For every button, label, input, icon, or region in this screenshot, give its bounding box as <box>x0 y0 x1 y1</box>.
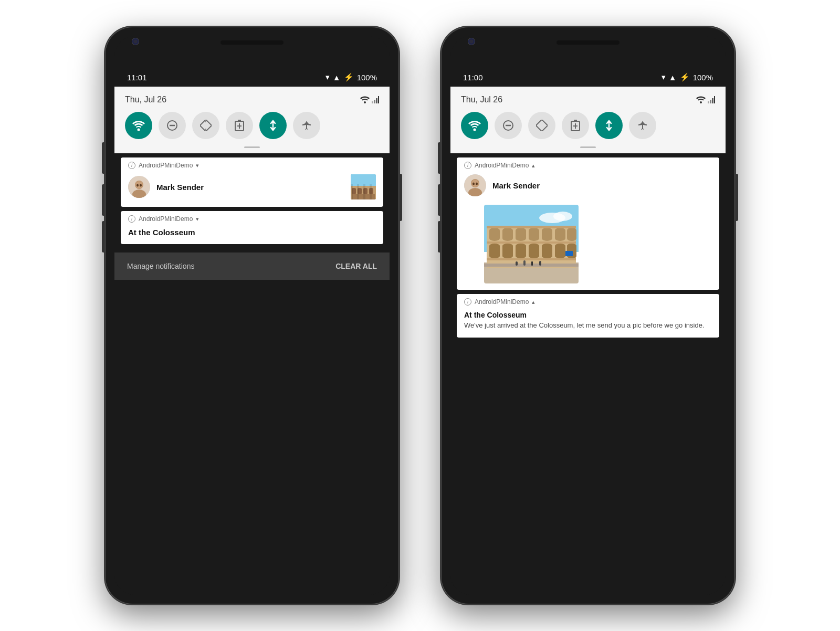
notif-body-1: Mark Sender <box>121 172 383 207</box>
camera-lens-2 <box>468 38 475 45</box>
dnd-toggle-2[interactable] <box>495 112 522 139</box>
notif-body-2: At the Colosseum <box>121 226 383 244</box>
svg-rect-62 <box>555 244 565 258</box>
notifications-area-1: i AndroidPMiniDemo ▾ <box>114 153 390 253</box>
svg-rect-61 <box>542 244 552 258</box>
svg-rect-22 <box>358 188 362 194</box>
airplane-icon-2 <box>637 120 648 131</box>
notif-card-2-colosseum[interactable]: i AndroidPMiniDemo ▾ At the Colosseum <box>121 211 383 244</box>
battery-icon-1: ⚡ <box>344 72 354 82</box>
svg-point-42 <box>471 180 479 187</box>
svg-point-16 <box>135 181 143 188</box>
svg-point-5 <box>138 129 140 131</box>
avatar-svg-2 <box>464 174 486 196</box>
svg-point-31 <box>474 129 476 131</box>
time-2: 11:00 <box>463 73 483 82</box>
qs-handle-2 <box>580 146 596 148</box>
avatar-svg-1 <box>128 176 150 198</box>
camera-lens <box>132 38 139 45</box>
svg-rect-57 <box>489 244 500 258</box>
phone-2-top-bar <box>441 27 735 58</box>
notif-title-2: At the Colosseum <box>128 228 376 237</box>
data-toggle-2[interactable] <box>595 112 623 139</box>
status-right-2: ▾ ▲ ⚡ 100% <box>662 72 713 82</box>
wifi-toggle-1[interactable] <box>125 112 152 139</box>
wifi-toggle-2[interactable] <box>461 112 488 139</box>
battery-pct-1: 100% <box>357 73 377 82</box>
rotate-toggle-2[interactable] <box>528 112 555 139</box>
svg-rect-1 <box>372 101 373 103</box>
svg-rect-54 <box>542 228 552 241</box>
svg-rect-4 <box>378 96 379 103</box>
bottom-bar-1: Manage notifications CLEAR ALL <box>114 253 390 280</box>
sender-avatar-2 <box>464 174 486 196</box>
svg-rect-25 <box>352 194 375 199</box>
svg-rect-29 <box>712 98 713 103</box>
notif-expanded-desc: We've just arrived at the Colosseum, let… <box>464 321 712 330</box>
notif-header-2: i AndroidPMiniDemo ▾ <box>121 211 383 226</box>
sender-name-1: Mark Sender <box>156 183 344 192</box>
app-name-2-1: AndroidPMiniDemo <box>475 162 529 169</box>
rotate-icon <box>200 120 212 131</box>
notification-panel-2[interactable]: Thu, Jul 26 <box>450 87 726 595</box>
airplane-toggle-2[interactable] <box>629 112 656 139</box>
phone-2: 11:00 ▾ ▲ ⚡ 100% Thu, Jul 26 <box>441 27 735 604</box>
wifi-status-icon <box>360 96 370 103</box>
rotate-toggle-1[interactable] <box>192 112 219 139</box>
app-name-1: AndroidPMiniDemo <box>139 162 193 169</box>
phone-2-frame: 11:00 ▾ ▲ ⚡ 100% Thu, Jul 26 <box>441 27 735 604</box>
info-icon-1: i <box>128 162 135 169</box>
info-icon-2-2: i <box>464 298 471 306</box>
battery-saver-icon <box>235 120 244 131</box>
notif-card-2-sender[interactable]: i AndroidPMiniDemo ▴ <box>457 157 719 290</box>
manage-notifications-label[interactable]: Manage notifications <box>127 262 194 270</box>
colosseum-thumbnail <box>351 174 376 199</box>
svg-rect-56 <box>567 228 576 241</box>
wifi-status-icon-2 <box>696 96 706 103</box>
notif-card-2-text[interactable]: i AndroidPMiniDemo ▴ At the Colosseum We… <box>457 294 719 338</box>
qs-icons-right-1 <box>360 96 379 103</box>
svg-rect-3 <box>376 98 377 103</box>
status-bar-1: 11:01 ▾ ▲ ⚡ 100% <box>114 68 390 87</box>
colosseum-thumb-svg <box>351 174 376 199</box>
clear-all-button[interactable]: CLEAR ALL <box>335 262 377 270</box>
phone-1-frame: 11:01 ▾ ▲ ⚡ 100% Thu, Jul 26 <box>105 27 399 604</box>
quick-settings-1: Thu, Jul 26 <box>114 87 390 153</box>
wifi-signal-icon-2: ▾ <box>662 72 666 82</box>
notif-expanded-title: At the Colosseum <box>464 311 712 319</box>
info-icon-2: i <box>128 215 135 223</box>
battery-saver-toggle-1[interactable] <box>226 112 253 139</box>
svg-point-43 <box>472 183 475 185</box>
sender-row-2: Mark Sender <box>457 172 719 201</box>
airplane-toggle-1[interactable] <box>293 112 320 139</box>
notification-panel-1[interactable]: Thu, Jul 26 <box>114 87 390 595</box>
notif-expanded-body: At the Colosseum We've just arrived at t… <box>457 309 719 338</box>
airplane-icon <box>301 120 312 131</box>
cell-signal-icon-2: ▲ <box>669 73 677 82</box>
svg-rect-51 <box>502 228 513 241</box>
speaker-grille-2 <box>556 40 620 45</box>
data-icon-2 <box>603 120 615 131</box>
svg-rect-66 <box>487 258 576 260</box>
wifi-signal-icon: ▾ <box>326 72 330 82</box>
svg-rect-58 <box>502 244 513 258</box>
wifi-icon <box>132 120 145 131</box>
time-1: 11:01 <box>127 73 147 82</box>
battery-icon-2: ⚡ <box>680 72 690 82</box>
phone-2-screen: 11:00 ▾ ▲ ⚡ 100% Thu, Jul 26 <box>450 36 726 595</box>
notif-card-1-sender[interactable]: i AndroidPMiniDemo ▾ <box>121 157 383 207</box>
svg-rect-23 <box>363 188 368 194</box>
battery-saver-toggle-2[interactable] <box>562 112 589 139</box>
qs-toggles-2[interactable] <box>461 112 715 144</box>
qs-header-1: Thu, Jul 26 <box>125 95 379 104</box>
svg-rect-72 <box>565 251 573 256</box>
battery-saver-icon-2 <box>571 120 580 131</box>
qs-toggles-1[interactable] <box>125 112 379 144</box>
info-icon-2-1: i <box>464 162 471 169</box>
dnd-toggle-1[interactable] <box>159 112 186 139</box>
chevron-2: ▾ <box>196 216 199 223</box>
data-icon <box>267 120 279 131</box>
svg-rect-10 <box>238 120 241 121</box>
data-toggle-1[interactable] <box>259 112 287 139</box>
svg-rect-60 <box>529 244 539 258</box>
